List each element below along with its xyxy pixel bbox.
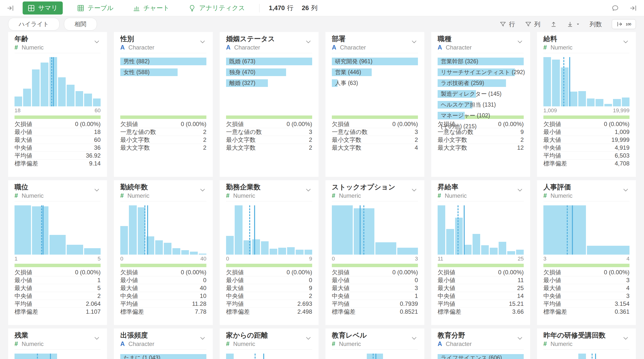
histogram-bar[interactable] <box>296 250 303 255</box>
histogram-bar[interactable] <box>367 353 383 359</box>
histogram-bar[interactable] <box>32 70 40 106</box>
filter-rows-button[interactable]: 行 <box>500 20 515 28</box>
filter-columns-button[interactable]: 列 <box>525 20 540 28</box>
histogram-bar[interactable] <box>464 245 471 255</box>
histogram-bar[interactable] <box>226 236 234 255</box>
chevron-down-icon[interactable] <box>198 334 207 343</box>
category-bar-row[interactable]: 男性 (882) <box>120 58 206 65</box>
correlation-button[interactable]: 相関 <box>64 18 97 31</box>
category-bar-row[interactable]: 女性 (588) <box>120 69 206 76</box>
histogram-bar[interactable] <box>181 250 189 255</box>
comment-icon[interactable] <box>612 5 619 12</box>
histogram-bar[interactable] <box>23 89 31 106</box>
tab-summary[interactable]: サマリ <box>23 2 63 15</box>
histogram-bar[interactable] <box>578 91 586 106</box>
histogram-bar[interactable] <box>376 242 396 255</box>
chevron-down-icon[interactable] <box>304 334 313 343</box>
histogram-bar[interactable] <box>84 94 92 106</box>
chevron-down-icon[interactable] <box>92 38 101 47</box>
histogram-bar[interactable] <box>587 246 630 255</box>
category-bar-row[interactable]: 営業幹部 (326) <box>438 58 524 65</box>
category-bar-row[interactable]: マネージャー (102) <box>438 112 524 119</box>
category-bar-row[interactable]: 人事 (63) <box>332 79 418 87</box>
chevron-down-icon[interactable] <box>516 186 524 195</box>
histogram-bar[interactable] <box>516 250 524 255</box>
histogram-bar[interactable] <box>455 218 463 255</box>
category-bar-row[interactable]: リサーチサイエンティスト (292) <box>438 69 524 76</box>
category-bar-row[interactable]: 営業 (446) <box>332 69 418 76</box>
chevron-down-icon[interactable] <box>92 186 101 195</box>
highlight-button[interactable]: ハイライト <box>8 18 60 31</box>
histogram-bar[interactable] <box>552 60 560 106</box>
histogram-bar[interactable] <box>155 240 163 255</box>
chevron-down-icon[interactable] <box>198 38 207 47</box>
histogram-bar[interactable] <box>472 234 480 255</box>
histogram-bar[interactable] <box>129 205 136 255</box>
histogram-bar[interactable] <box>120 226 128 255</box>
histogram-bar[interactable] <box>498 242 506 255</box>
histogram-bar[interactable] <box>190 252 198 255</box>
histogram-bar[interactable] <box>67 85 74 106</box>
chevron-down-icon[interactable] <box>621 38 630 47</box>
histogram-bar[interactable] <box>613 99 621 106</box>
category-bar-row[interactable]: 独身 (470) <box>226 69 312 76</box>
tab-analytics[interactable]: アナリティクス <box>184 2 250 15</box>
chevron-down-icon[interactable] <box>516 38 524 47</box>
histogram-bar[interactable] <box>164 243 172 255</box>
category-bar-row[interactable]: (その他) (215) <box>438 123 524 130</box>
histogram-bar[interactable] <box>252 239 260 255</box>
histogram-bar[interactable] <box>14 205 31 255</box>
histogram-bar[interactable] <box>76 91 83 106</box>
collapse-left-panel-icon[interactable] <box>7 5 14 12</box>
histogram-bar[interactable] <box>490 248 498 255</box>
histogram-bar[interactable] <box>304 250 312 255</box>
histogram-bar[interactable] <box>50 235 66 255</box>
histogram-bar[interactable] <box>199 254 206 255</box>
collapse-right-panel-icon[interactable] <box>630 5 637 12</box>
category-bar-row[interactable]: ヘルスケア担当 (131) <box>438 101 524 109</box>
histogram-bar[interactable] <box>507 251 515 255</box>
category-bar-row[interactable]: ラボ技術者 (259) <box>438 79 524 87</box>
move-down-icon[interactable] <box>567 21 580 28</box>
chevron-down-icon[interactable] <box>410 186 418 195</box>
move-up-icon[interactable] <box>550 21 557 28</box>
histogram-bar[interactable] <box>544 57 551 106</box>
histogram-bar[interactable] <box>40 63 48 106</box>
histogram-bar[interactable] <box>561 68 568 106</box>
chevron-down-icon[interactable] <box>621 186 630 195</box>
tab-chart[interactable]: チャート <box>128 2 174 15</box>
histogram-bar[interactable] <box>287 247 295 255</box>
chevron-down-icon[interactable] <box>304 186 313 195</box>
histogram-bar[interactable] <box>587 99 594 106</box>
histogram-bar[interactable] <box>235 205 242 255</box>
chevron-down-icon[interactable] <box>410 38 418 47</box>
histogram-bar[interactable] <box>93 99 100 106</box>
chevron-down-icon[interactable] <box>516 334 524 343</box>
histogram-bar[interactable] <box>84 248 100 255</box>
chevron-down-icon[interactable] <box>304 38 313 47</box>
chevron-down-icon[interactable] <box>621 334 630 343</box>
tab-table[interactable]: テーブル <box>72 2 118 15</box>
histogram-bar[interactable] <box>596 99 603 106</box>
histogram-bar[interactable] <box>278 248 286 255</box>
category-bar-row[interactable]: たまに (1,043) <box>120 354 206 359</box>
histogram-bar[interactable] <box>261 241 268 255</box>
histogram-bar[interactable] <box>397 248 418 255</box>
histogram-bar[interactable] <box>270 249 277 255</box>
category-bar-row[interactable]: 製造ディレクター (145) <box>438 90 524 98</box>
category-bar-row[interactable]: 研究開発 (961) <box>332 58 418 65</box>
histogram-bar[interactable] <box>58 77 66 106</box>
category-bar-row[interactable]: 離婚 (327) <box>226 79 312 87</box>
histogram-bar[interactable] <box>226 353 234 359</box>
histogram-bar[interactable] <box>332 205 353 255</box>
histogram-bar[interactable] <box>172 248 180 255</box>
histogram-bar[interactable] <box>446 229 454 255</box>
histogram-bar[interactable] <box>14 97 22 106</box>
histogram-bar[interactable] <box>438 205 445 255</box>
histogram-bar[interactable] <box>604 104 612 106</box>
chevron-down-icon[interactable] <box>92 334 101 343</box>
histogram-bar[interactable] <box>622 98 630 106</box>
histogram-bar[interactable] <box>570 92 577 106</box>
histogram-bar[interactable] <box>67 245 83 255</box>
category-bar-row[interactable]: ライフサイエンス (606) <box>438 354 524 359</box>
